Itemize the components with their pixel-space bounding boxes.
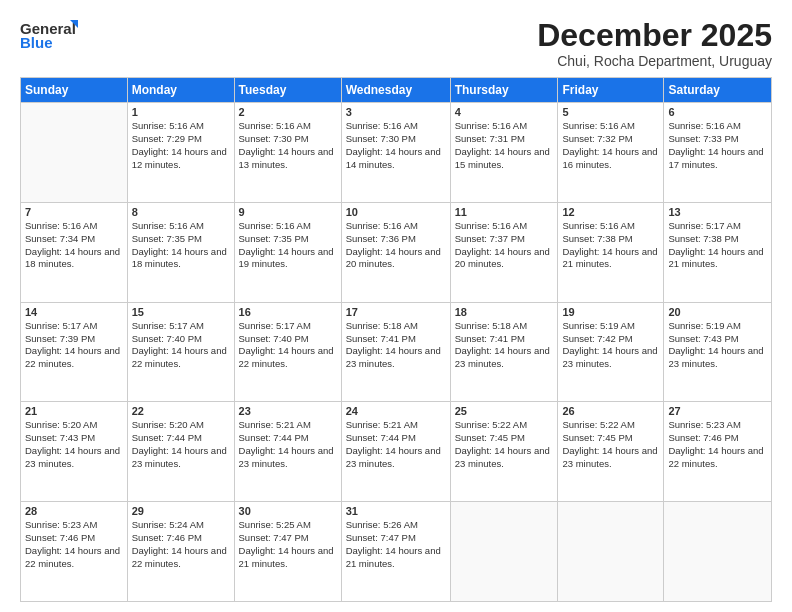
logo: GeneralBlue [20,18,80,54]
cell-info: Sunrise: 5:16 AM Sunset: 7:35 PM Dayligh… [239,220,337,271]
cell-info: Sunrise: 5:21 AM Sunset: 7:44 PM Dayligh… [239,419,337,470]
calendar-cell: 1Sunrise: 5:16 AM Sunset: 7:29 PM Daylig… [127,103,234,203]
cell-info: Sunrise: 5:20 AM Sunset: 7:43 PM Dayligh… [25,419,123,470]
day-number: 5 [562,106,659,118]
cell-info: Sunrise: 5:16 AM Sunset: 7:35 PM Dayligh… [132,220,230,271]
cell-info: Sunrise: 5:23 AM Sunset: 7:46 PM Dayligh… [25,519,123,570]
day-number: 10 [346,206,446,218]
calendar-cell: 22Sunrise: 5:20 AM Sunset: 7:44 PM Dayli… [127,402,234,502]
day-number: 11 [455,206,554,218]
cell-info: Sunrise: 5:21 AM Sunset: 7:44 PM Dayligh… [346,419,446,470]
cell-info: Sunrise: 5:16 AM Sunset: 7:34 PM Dayligh… [25,220,123,271]
calendar-week-row: 14Sunrise: 5:17 AM Sunset: 7:39 PM Dayli… [21,302,772,402]
day-number: 16 [239,306,337,318]
day-number: 23 [239,405,337,417]
weekday-header: Monday [127,78,234,103]
cell-info: Sunrise: 5:22 AM Sunset: 7:45 PM Dayligh… [562,419,659,470]
day-number: 3 [346,106,446,118]
calendar-cell: 13Sunrise: 5:17 AM Sunset: 7:38 PM Dayli… [664,202,772,302]
day-number: 8 [132,206,230,218]
calendar-cell: 2Sunrise: 5:16 AM Sunset: 7:30 PM Daylig… [234,103,341,203]
calendar-page: GeneralBlue December 2025 Chui, Rocha De… [0,0,792,612]
calendar-week-row: 7Sunrise: 5:16 AM Sunset: 7:34 PM Daylig… [21,202,772,302]
calendar-cell: 26Sunrise: 5:22 AM Sunset: 7:45 PM Dayli… [558,402,664,502]
day-number: 1 [132,106,230,118]
cell-info: Sunrise: 5:24 AM Sunset: 7:46 PM Dayligh… [132,519,230,570]
logo-svg: GeneralBlue [20,18,80,54]
day-number: 13 [668,206,767,218]
calendar-cell: 23Sunrise: 5:21 AM Sunset: 7:44 PM Dayli… [234,402,341,502]
cell-info: Sunrise: 5:16 AM Sunset: 7:38 PM Dayligh… [562,220,659,271]
day-number: 28 [25,505,123,517]
weekday-header: Sunday [21,78,128,103]
month-title: December 2025 [537,18,772,53]
calendar-cell: 15Sunrise: 5:17 AM Sunset: 7:40 PM Dayli… [127,302,234,402]
day-number: 21 [25,405,123,417]
calendar-cell: 12Sunrise: 5:16 AM Sunset: 7:38 PM Dayli… [558,202,664,302]
calendar-cell: 30Sunrise: 5:25 AM Sunset: 7:47 PM Dayli… [234,502,341,602]
cell-info: Sunrise: 5:23 AM Sunset: 7:46 PM Dayligh… [668,419,767,470]
calendar-cell: 20Sunrise: 5:19 AM Sunset: 7:43 PM Dayli… [664,302,772,402]
weekday-header: Wednesday [341,78,450,103]
location-subtitle: Chui, Rocha Department, Uruguay [537,53,772,69]
day-number: 2 [239,106,337,118]
calendar-week-row: 28Sunrise: 5:23 AM Sunset: 7:46 PM Dayli… [21,502,772,602]
day-number: 26 [562,405,659,417]
cell-info: Sunrise: 5:16 AM Sunset: 7:36 PM Dayligh… [346,220,446,271]
day-number: 29 [132,505,230,517]
calendar-cell: 8Sunrise: 5:16 AM Sunset: 7:35 PM Daylig… [127,202,234,302]
cell-info: Sunrise: 5:22 AM Sunset: 7:45 PM Dayligh… [455,419,554,470]
calendar-cell: 14Sunrise: 5:17 AM Sunset: 7:39 PM Dayli… [21,302,128,402]
calendar-cell [664,502,772,602]
page-header: GeneralBlue December 2025 Chui, Rocha De… [20,18,772,69]
weekday-header: Thursday [450,78,558,103]
cell-info: Sunrise: 5:16 AM Sunset: 7:30 PM Dayligh… [346,120,446,171]
calendar-cell [450,502,558,602]
cell-info: Sunrise: 5:19 AM Sunset: 7:42 PM Dayligh… [562,320,659,371]
day-number: 30 [239,505,337,517]
day-number: 9 [239,206,337,218]
calendar-cell: 21Sunrise: 5:20 AM Sunset: 7:43 PM Dayli… [21,402,128,502]
calendar-week-row: 1Sunrise: 5:16 AM Sunset: 7:29 PM Daylig… [21,103,772,203]
day-number: 18 [455,306,554,318]
calendar-cell: 5Sunrise: 5:16 AM Sunset: 7:32 PM Daylig… [558,103,664,203]
calendar-cell: 3Sunrise: 5:16 AM Sunset: 7:30 PM Daylig… [341,103,450,203]
calendar-cell: 31Sunrise: 5:26 AM Sunset: 7:47 PM Dayli… [341,502,450,602]
weekday-header-row: SundayMondayTuesdayWednesdayThursdayFrid… [21,78,772,103]
calendar-cell: 17Sunrise: 5:18 AM Sunset: 7:41 PM Dayli… [341,302,450,402]
day-number: 25 [455,405,554,417]
cell-info: Sunrise: 5:18 AM Sunset: 7:41 PM Dayligh… [455,320,554,371]
day-number: 31 [346,505,446,517]
cell-info: Sunrise: 5:16 AM Sunset: 7:37 PM Dayligh… [455,220,554,271]
cell-info: Sunrise: 5:16 AM Sunset: 7:31 PM Dayligh… [455,120,554,171]
cell-info: Sunrise: 5:16 AM Sunset: 7:32 PM Dayligh… [562,120,659,171]
cell-info: Sunrise: 5:17 AM Sunset: 7:40 PM Dayligh… [239,320,337,371]
calendar-cell: 4Sunrise: 5:16 AM Sunset: 7:31 PM Daylig… [450,103,558,203]
calendar-cell: 29Sunrise: 5:24 AM Sunset: 7:46 PM Dayli… [127,502,234,602]
day-number: 24 [346,405,446,417]
calendar-cell: 24Sunrise: 5:21 AM Sunset: 7:44 PM Dayli… [341,402,450,502]
weekday-header: Friday [558,78,664,103]
calendar-cell: 19Sunrise: 5:19 AM Sunset: 7:42 PM Dayli… [558,302,664,402]
cell-info: Sunrise: 5:19 AM Sunset: 7:43 PM Dayligh… [668,320,767,371]
cell-info: Sunrise: 5:26 AM Sunset: 7:47 PM Dayligh… [346,519,446,570]
calendar-cell: 9Sunrise: 5:16 AM Sunset: 7:35 PM Daylig… [234,202,341,302]
calendar-cell: 18Sunrise: 5:18 AM Sunset: 7:41 PM Dayli… [450,302,558,402]
day-number: 12 [562,206,659,218]
calendar-cell: 25Sunrise: 5:22 AM Sunset: 7:45 PM Dayli… [450,402,558,502]
calendar-cell: 27Sunrise: 5:23 AM Sunset: 7:46 PM Dayli… [664,402,772,502]
day-number: 14 [25,306,123,318]
day-number: 17 [346,306,446,318]
cell-info: Sunrise: 5:25 AM Sunset: 7:47 PM Dayligh… [239,519,337,570]
calendar-cell: 11Sunrise: 5:16 AM Sunset: 7:37 PM Dayli… [450,202,558,302]
calendar-cell: 10Sunrise: 5:16 AM Sunset: 7:36 PM Dayli… [341,202,450,302]
calendar-cell: 6Sunrise: 5:16 AM Sunset: 7:33 PM Daylig… [664,103,772,203]
weekday-header: Saturday [664,78,772,103]
weekday-header: Tuesday [234,78,341,103]
calendar-week-row: 21Sunrise: 5:20 AM Sunset: 7:43 PM Dayli… [21,402,772,502]
cell-info: Sunrise: 5:18 AM Sunset: 7:41 PM Dayligh… [346,320,446,371]
svg-text:Blue: Blue [20,34,53,51]
cell-info: Sunrise: 5:17 AM Sunset: 7:39 PM Dayligh… [25,320,123,371]
cell-info: Sunrise: 5:20 AM Sunset: 7:44 PM Dayligh… [132,419,230,470]
day-number: 4 [455,106,554,118]
